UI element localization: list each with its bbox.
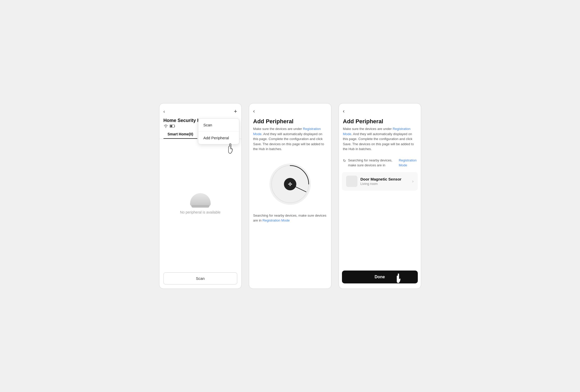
screen2: ‹ Add Peripheral Make sure the devices a…: [249, 103, 331, 289]
device-chevron-icon: ›: [412, 179, 413, 184]
searching-status: ↻ Searching for nearby devices, make sur…: [339, 156, 421, 172]
battery-icon: [170, 124, 175, 129]
description-suffix: . And they will automatically displayed …: [253, 132, 324, 151]
scan-animation: [249, 156, 331, 210]
screen2-title: Add Peripheral: [249, 116, 331, 126]
refresh-icon: ↻: [343, 158, 346, 164]
screen1-header: ‹ +: [159, 103, 241, 118]
screen3-title: Add Peripheral: [339, 116, 421, 126]
s3-searching-link[interactable]: Registration Mode: [399, 158, 416, 168]
no-peripheral-area: No peripheral is available: [159, 139, 241, 268]
hub-scan-icon: [284, 178, 296, 190]
wifi-icon: [164, 124, 168, 129]
screen2-back-button[interactable]: ‹: [253, 108, 255, 114]
searching-registration-link[interactable]: Registration Mode: [263, 218, 290, 222]
scan-button[interactable]: Scan: [164, 272, 237, 284]
svg-rect-1: [170, 125, 172, 127]
device-icon: [346, 176, 357, 187]
screen3: ‹ Add Peripheral Make sure the devices a…: [339, 103, 421, 289]
dropdown-menu: Scan Add Peripheral: [198, 118, 239, 144]
smart-home-tab[interactable]: Smart Home(0): [164, 132, 198, 139]
done-button[interactable]: Done: [342, 271, 418, 283]
device-room: Living room: [361, 182, 409, 186]
dropdown-add-peripheral[interactable]: Add Peripheral: [198, 131, 239, 144]
screen3-header: ‹: [339, 103, 421, 116]
screen3-back-button[interactable]: ‹: [343, 108, 345, 114]
screen2-description: Make sure the devices are under Registra…: [249, 126, 331, 156]
scan-circle: [269, 164, 311, 205]
hub-device-image: [190, 193, 211, 206]
dropdown-scan[interactable]: Scan: [198, 119, 239, 131]
screens-container: ‹ + Home Security Hub ›: [159, 103, 421, 289]
svg-point-6: [290, 184, 290, 184]
device-list-item[interactable]: Door Magnetic Sensor Living room ›: [342, 172, 418, 191]
back-button[interactable]: ‹: [164, 109, 165, 114]
add-button[interactable]: +: [234, 108, 237, 115]
description-prefix: Make sure the devices are under: [253, 127, 303, 131]
screen3-description: Make sure the devices are under Registra…: [339, 126, 421, 156]
no-peripheral-text: No peripheral is available: [180, 210, 220, 214]
s3-searching-prefix: Searching for nearby devices, make sure …: [348, 158, 397, 168]
device-info: Door Magnetic Sensor Living room: [361, 177, 409, 186]
screen1: ‹ + Home Security Hub ›: [159, 103, 242, 289]
s3-description-prefix: Make sure the devices are under: [343, 127, 393, 131]
screen2-searching-text: Searching for nearby devices, make sure …: [249, 210, 331, 227]
s3-description-suffix: . And they will automatically displayed …: [343, 132, 414, 151]
device-name: Door Magnetic Sensor: [361, 177, 409, 181]
screen2-header: ‹: [249, 103, 331, 116]
